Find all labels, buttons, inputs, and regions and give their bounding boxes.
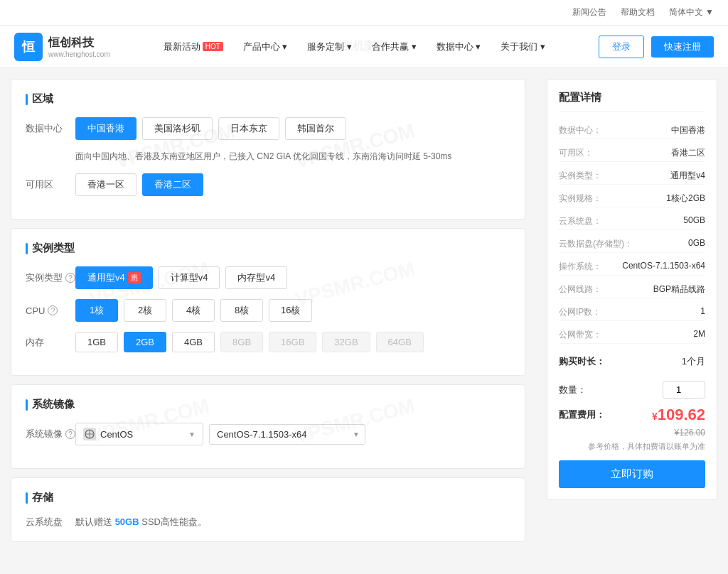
zone-row: 可用区 香港一区 香港二区 — [26, 173, 510, 196]
disk-size: 50GB — [115, 516, 139, 527]
cpu-8[interactable]: 8核 — [220, 299, 263, 322]
fee-currency: ¥ — [652, 411, 658, 422]
header-actions: 登录 快速注册 — [599, 36, 714, 58]
type-memory[interactable]: 内存型v4 — [225, 266, 287, 289]
logo[interactable]: 恒 恒创科技 www.henghost.com — [14, 33, 110, 61]
datacenter-label: 数据中心 — [26, 122, 75, 135]
instance-title: 实例类型 — [26, 242, 510, 255]
os-selected-label: CentOS — [100, 429, 133, 440]
disk-label: 云系统盘 — [26, 516, 75, 529]
quantity-row: 数量： — [559, 375, 705, 399]
original-price-row: ¥126.00 — [559, 427, 705, 438]
purchase-value: 1个月 — [682, 355, 705, 368]
datacenter-hk[interactable]: 中国香港 — [75, 117, 136, 140]
cpu-16[interactable]: 16核 — [269, 299, 312, 322]
fee-note: 参考价格，具体扣费请以账单为准 — [588, 442, 705, 450]
memory-row: 内存 1GB 2GB 4GB 8GB 16GB 32GB 64GB — [26, 332, 510, 352]
zone-label: 可用区 — [26, 178, 75, 191]
cpu-options: 1核 2核 4核 8核 16核 — [75, 299, 510, 322]
login-button[interactable]: 登录 — [599, 36, 644, 58]
instance-type-options: 通用型v4 惠 计算型v4 内存型v4 — [75, 266, 510, 289]
content-area: 区域 数据中心 中国香港 美国洛杉矶 日本东京 韩国首尔 面向中国内地、香港及东… — [0, 68, 536, 574]
logo-text: 恒创科技 www.henghost.com — [48, 36, 110, 58]
detail-sysdisk: 云系统盘： 50GB — [559, 213, 705, 230]
storage-row: 云系统盘 默认赠送 50GB SSD高性能盘。 — [26, 516, 510, 529]
type-general[interactable]: 通用型v4 惠 — [75, 266, 153, 289]
type-help-icon[interactable]: ? — [65, 273, 75, 283]
fee-note-row: 参考价格，具体扣费请以账单为准 — [559, 440, 705, 452]
mem-2gb[interactable]: 2GB — [124, 332, 166, 352]
cpu-4[interactable]: 4核 — [172, 299, 215, 322]
register-button[interactable]: 快速注册 — [651, 36, 714, 58]
logo-url: www.henghost.com — [48, 50, 110, 58]
cpu-1[interactable]: 1核 — [75, 299, 118, 322]
lang-switch[interactable]: 简体中文 ▼ — [669, 6, 714, 18]
nav-item-about[interactable]: 关于我们 ▾ — [491, 26, 555, 68]
mem-4gb[interactable]: 4GB — [172, 332, 215, 352]
detail-os: 操作系统： CentOS-7.1.1503-x64 — [559, 259, 705, 276]
cpu-help-icon[interactable]: ? — [48, 305, 58, 315]
storage-note: 默认赠送 50GB SSD高性能盘。 — [75, 516, 207, 529]
datacenter-tokyo[interactable]: 日本东京 — [218, 117, 279, 140]
mem-64gb: 64GB — [376, 332, 424, 352]
detail-ip-count: 公网IP数： 1 — [559, 304, 705, 321]
header-top-placeholder — [14, 7, 22, 18]
datacenter-la[interactable]: 美国洛杉矶 — [142, 117, 213, 140]
nav-item-partner[interactable]: 合作共赢 ▾ — [362, 26, 427, 68]
quantity-label: 数量： — [559, 384, 587, 396]
original-price: ¥126.00 — [675, 428, 705, 438]
header-main: 恒 恒创科技 www.henghost.com 主机测评 最新活动 HOT 产品… — [0, 26, 728, 68]
instance-type-label: 实例类型 ? — [26, 271, 75, 284]
os-select-box[interactable]: CentOS ▼ — [75, 423, 203, 445]
mem-8gb: 8GB — [220, 332, 263, 352]
hot-badge: HOT — [203, 42, 223, 51]
nav-item-datacenter[interactable]: 数据中心 ▾ — [427, 26, 491, 68]
sysimage-help-icon[interactable]: ? — [65, 429, 75, 439]
hot-tag: 惠 — [128, 272, 141, 283]
datacenter-desc: 面向中国内地、香港及东南亚地区用户，已接入 CN2 GIA 优化回国专线，东南沿… — [75, 150, 451, 163]
news-link[interactable]: 新闻公告 — [572, 6, 606, 18]
sysimage-title: 系统镜像 — [26, 398, 510, 411]
detail-zone: 可用区： 香港二区 — [559, 145, 705, 162]
detail-instance-type: 实例类型： 通用型v4 — [559, 168, 705, 185]
nav-item-activity[interactable]: 最新活动 HOT — [154, 26, 233, 68]
cpu-row: CPU ? 1核 2核 4核 8核 16核 — [26, 299, 510, 322]
zone-2[interactable]: 香港二区 — [142, 173, 203, 196]
mem-16gb: 16GB — [269, 332, 316, 352]
zone-1[interactable]: 香港一区 — [75, 173, 136, 196]
cpu-2[interactable]: 2核 — [124, 299, 166, 322]
version-select-wrapper: CentOS-7.1.1503-x64 CentOS-7.6-x64 CentO… — [209, 424, 365, 445]
quantity-input[interactable] — [663, 381, 705, 399]
storage-desc: 默认赠送 50GB SSD高性能盘。 — [75, 516, 510, 529]
fee-label: 配置费用： — [559, 408, 605, 421]
cpu-label: CPU ? — [26, 305, 75, 316]
buy-button[interactable]: 立即订购 — [559, 460, 705, 488]
datacenter-seoul[interactable]: 韩国首尔 — [285, 117, 346, 140]
instance-section: 实例类型 实例类型 ? 通用型v4 惠 计算型v4 内存型v4 CPU — [11, 228, 525, 376]
type-compute[interactable]: 计算型v4 — [159, 266, 220, 289]
mem-1gb[interactable]: 1GB — [75, 332, 118, 352]
detail-network: 公网线路： BGP精品线路 — [559, 281, 705, 298]
region-title: 区域 — [26, 92, 510, 106]
memory-label: 内存 — [26, 336, 75, 349]
purchase-label: 购买时长： — [559, 355, 605, 368]
sysimage-row: 系统镜像 ? CentOS — [26, 423, 510, 445]
main-nav: 最新活动 HOT 产品中心 ▾ 服务定制 ▾ 合作共赢 ▾ 数据中心 ▾ 关于我… — [154, 26, 555, 68]
version-select[interactable]: CentOS-7.1.1503-x64 CentOS-7.6-x64 CentO… — [209, 424, 365, 445]
storage-title: 存储 — [26, 491, 510, 504]
nav-item-service[interactable]: 服务定制 ▾ — [297, 26, 362, 68]
fee-row: 配置费用： ¥109.62 — [559, 406, 705, 424]
help-link[interactable]: 帮助文档 — [621, 6, 655, 18]
main-container: 区域 数据中心 中国香港 美国洛杉矶 日本东京 韩国首尔 面向中国内地、香港及东… — [0, 68, 728, 574]
os-select-container: CentOS ▼ — [75, 423, 203, 445]
sidebar: 配置详情 数据中心： 中国香港 可用区： 香港二区 实例类型： 通用型v4 实例… — [536, 68, 728, 574]
detail-datadisk: 云数据盘(存储型)： 0GB — [559, 236, 705, 253]
sidebar-title: 配置详情 — [559, 91, 705, 112]
region-section: 区域 数据中心 中国香港 美国洛杉矶 日本东京 韩国首尔 面向中国内地、香港及东… — [11, 79, 525, 220]
logo-icon: 恒 — [14, 33, 43, 61]
logo-name: 恒创科技 — [48, 36, 110, 50]
nav-item-products[interactable]: 产品中心 ▾ — [233, 26, 298, 68]
os-select-arrow: ▼ — [188, 430, 196, 438]
memory-options: 1GB 2GB 4GB 8GB 16GB 32GB 64GB — [75, 332, 510, 352]
sysimage-selects: CentOS ▼ CentOS-7.1.1503-x64 CentOS-7.6-… — [75, 423, 510, 445]
